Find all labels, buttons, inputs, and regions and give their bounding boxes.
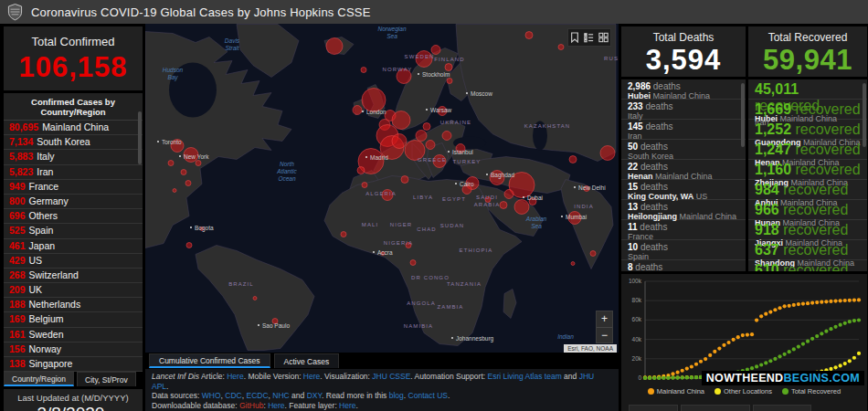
footer-link[interactable]: CDC [225,391,241,400]
chart-tab-partial[interactable] [753,405,811,411]
confirmed-country-row[interactable]: 209UK [4,283,143,298]
footer-link[interactable]: NHC [272,391,289,400]
recovered-row[interactable]: 984 recoveredAnhui Mainland China [748,180,867,200]
footer-link[interactable]: Esri Living Atlas team [487,372,561,381]
recovered-row[interactable]: 1,247 recoveredHenan Mainland China [748,140,867,160]
deaths-row[interactable]: 10 deathsSpain [621,240,746,260]
case-bubble[interactable] [514,200,529,215]
case-bubble[interactable] [504,190,513,199]
deaths-row[interactable]: 233 deathsItaly [621,100,746,120]
deaths-row[interactable]: 15 deathsKing County, WA US [621,180,746,200]
case-bubble[interactable] [326,38,343,55]
case-bubble[interactable] [500,202,507,209]
chart-tab-partial[interactable] [681,405,750,411]
bookmark-icon[interactable] [570,32,579,43]
confirmed-country-row[interactable]: 188Netherlands [4,298,143,312]
deaths-row[interactable]: 11 deathsFrance [621,220,746,240]
deaths-row[interactable]: 13 deathsHeilongjiang Mainland China [621,200,746,220]
confirmed-country-row[interactable]: 696Others [4,209,143,224]
deaths-row[interactable]: 22 deathsHenan Mainland China [621,160,746,180]
deaths-list-scrollbar[interactable] [741,83,745,147]
confirmed-country-row[interactable]: 161Sweden [4,328,143,342]
case-bubble[interactable] [416,131,427,142]
footer-link[interactable]: DXY [307,391,322,400]
case-bubble[interactable] [361,68,366,73]
tab-city-stprov[interactable]: City, St/Prov [77,372,136,386]
case-bubble[interactable] [362,183,367,188]
legend-list-icon[interactable] [584,32,594,43]
footer-link[interactable]: Here [303,372,320,381]
confirmed-country-row[interactable]: 949France [4,180,143,195]
case-bubble[interactable] [181,170,186,175]
confirmed-country-row[interactable]: 429US [4,254,143,269]
tab-cumulative-confirmed[interactable]: Cumulative Confirmed Cases [149,353,270,368]
footer-link[interactable]: Here [268,401,284,410]
case-bubble[interactable] [571,262,575,266]
case-bubble[interactable] [525,32,533,39]
confirmed-country-row[interactable]: 156Norway [4,342,143,357]
confirmed-country-row[interactable]: 525Spain [4,224,143,238]
legend-item[interactable]: Other Locations [715,387,772,395]
case-bubble[interactable] [445,64,452,71]
case-bubble[interactable] [423,123,430,131]
case-bubble[interactable] [357,167,365,174]
confirmed-country-row[interactable]: 7,134South Korea [4,135,143,150]
footer-link[interactable]: blog [389,391,404,400]
confirmed-country-row[interactable]: 800Germany [4,195,143,209]
case-bubble[interactable] [392,111,410,130]
recovered-row[interactable]: 1,252 recoveredGuangdong Mainland China [748,120,867,140]
case-bubble[interactable] [600,146,615,161]
case-bubble[interactable] [558,45,564,50]
deaths-row[interactable]: 8 deaths [621,260,746,271]
deaths-row[interactable]: 145 deathsIran [621,120,746,140]
case-bubble[interactable] [186,243,192,248]
footer-link[interactable]: ECDC [246,391,268,400]
recovered-row[interactable]: 45,011 recoveredHubei Mainland China [748,79,867,100]
case-bubble[interactable] [353,106,362,115]
recovered-row[interactable]: 1,160 recoveredZhejiang Mainland China [748,160,867,180]
recovered-row[interactable]: 1,669 recoveredIran [748,100,867,120]
case-bubble[interactable] [442,132,451,141]
confirmed-country-row[interactable]: 268Switzerland [4,269,143,283]
case-bubble[interactable] [341,232,346,237]
confirmed-list-scrollbar[interactable] [138,111,142,164]
footer-link[interactable]: Contact US [408,391,448,400]
confirmed-country-row[interactable]: 461Japan [4,239,143,254]
deaths-row[interactable]: 2,986 deathsHubei Mainland China [621,79,746,100]
confirmed-country-row[interactable]: 169Belgium [4,312,143,327]
recovered-row[interactable]: 966 recoveredHunan Mainland China [748,200,867,220]
recovered-row[interactable]: 637 recoveredShandong Mainland China [748,240,867,260]
case-bubble[interactable] [185,181,191,186]
legend-item[interactable]: Mainland China [648,387,704,395]
zoom-out-button[interactable]: − [597,328,612,343]
case-bubble[interactable] [392,134,407,149]
case-bubble[interactable] [196,161,201,166]
case-bubble[interactable] [426,141,435,150]
legend-item[interactable]: Total Recovered [782,387,841,395]
footer-link[interactable]: Here [227,372,243,381]
case-bubble[interactable] [447,79,452,84]
footer-link[interactable]: GitHub [239,401,263,410]
confirmed-country-row[interactable]: 80,695Mainland China [4,121,143,135]
case-bubble[interactable] [569,156,577,163]
case-bubble[interactable] [590,251,596,257]
case-bubble[interactable] [410,260,416,266]
footer-link[interactable]: JHU CSSE [372,372,410,381]
case-bubble[interactable] [401,176,408,184]
confirmed-country-row[interactable]: 138Singapore [4,357,143,372]
tab-country-region[interactable]: Country/Region [4,372,74,386]
world-map[interactable]: HudsonBayDavisStraitNorthAtlanticOceanNo… [145,24,619,353]
confirmed-country-row[interactable]: 5,823Iran [4,165,143,180]
footer-link[interactable]: Here [339,401,355,410]
basemap-grid-icon[interactable] [598,32,609,43]
recovered-list-scrollbar[interactable] [863,83,866,147]
chart-tab-partial[interactable] [629,405,678,411]
tab-active-cases[interactable]: Active Cases [274,353,340,368]
case-bubble[interactable] [168,161,174,166]
case-bubble[interactable] [173,189,176,193]
recovered-row[interactable]: 918 recoveredJiangxi Mainland China [748,220,867,240]
deaths-row[interactable]: 50 deathsSouth Korea [621,140,746,160]
case-bubble[interactable] [253,297,257,300]
zoom-in-button[interactable]: + [597,311,612,328]
confirmed-country-row[interactable]: 5,883Italy [4,150,143,164]
